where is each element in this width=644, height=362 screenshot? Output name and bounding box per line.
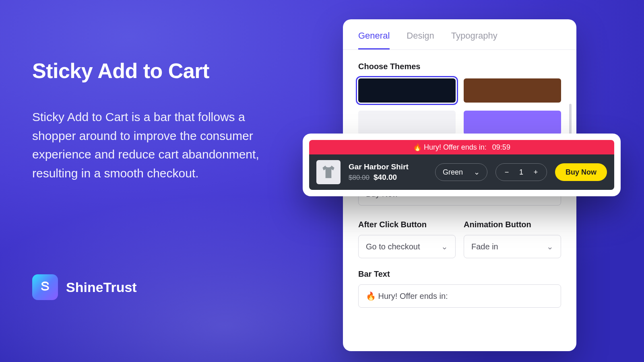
select-value: Go to checkout xyxy=(366,242,420,251)
urgency-timer: 09:59 xyxy=(492,143,510,152)
qty-value: 1 xyxy=(519,168,523,177)
select-value: Fade in xyxy=(471,242,498,251)
animation-select[interactable]: Fade in ⌄ xyxy=(464,235,561,258)
variant-select[interactable]: Green ⌄ xyxy=(435,163,487,181)
theme-swatch[interactable] xyxy=(464,111,561,135)
product-info: Gar Harbor Shirt $80.00 $40.00 xyxy=(349,162,409,182)
after-click-select[interactable]: Go to checkout ⌄ xyxy=(358,235,456,258)
themes-label: Choose Themes xyxy=(358,62,561,71)
theme-swatch[interactable] xyxy=(464,78,561,103)
tabs: General Design Typography xyxy=(343,19,576,50)
sticky-bar: Gar Harbor Shirt $80.00 $40.00 Green ⌄ −… xyxy=(309,154,614,190)
tab-general[interactable]: General xyxy=(358,31,390,49)
urgency-bar: 🔥 Hury! Offer ends in: 09:59 xyxy=(309,140,614,154)
product-title: Gar Harbor Shirt xyxy=(349,162,409,171)
brand: ShineTrust xyxy=(32,274,137,300)
quantity-stepper: − 1 + xyxy=(495,163,547,181)
input-value: 🔥 Hury! Offer ends in: xyxy=(366,291,448,301)
brand-name: ShineTrust xyxy=(66,280,137,295)
brand-logo-icon xyxy=(32,274,58,300)
chevron-down-icon: ⌄ xyxy=(547,242,553,251)
after-click-label: After Click Button xyxy=(358,220,456,229)
price-new: $40.00 xyxy=(374,173,397,182)
buy-now-button[interactable]: Buy Now xyxy=(555,163,607,181)
theme-swatch[interactable] xyxy=(358,111,456,135)
chevron-down-icon: ⌄ xyxy=(474,168,480,177)
theme-swatch[interactable] xyxy=(358,78,456,103)
page-title: Sticky Add to Cart xyxy=(32,59,209,83)
price-old: $80.00 xyxy=(349,174,369,182)
qty-plus-button[interactable]: + xyxy=(532,168,539,177)
variant-value: Green xyxy=(443,168,463,177)
bar-text-input[interactable]: 🔥 Hury! Offer ends in: xyxy=(358,284,561,308)
product-thumbnail xyxy=(316,160,341,184)
animation-label: Animation Button xyxy=(464,220,561,229)
qty-minus-button[interactable]: − xyxy=(503,168,510,177)
chevron-down-icon: ⌄ xyxy=(441,242,448,251)
bar-text-label: Bar Text xyxy=(358,269,561,279)
urgency-text: 🔥 Hury! Offer ends in: xyxy=(413,143,487,152)
theme-swatches xyxy=(343,78,576,135)
tab-typography[interactable]: Typography xyxy=(451,31,497,49)
page-description: Sticky Add to Cart is a bar that follows… xyxy=(32,108,282,183)
sticky-bar-preview: 🔥 Hury! Offer ends in: 09:59 Gar Harbor … xyxy=(303,134,621,196)
tab-design[interactable]: Design xyxy=(407,31,434,49)
